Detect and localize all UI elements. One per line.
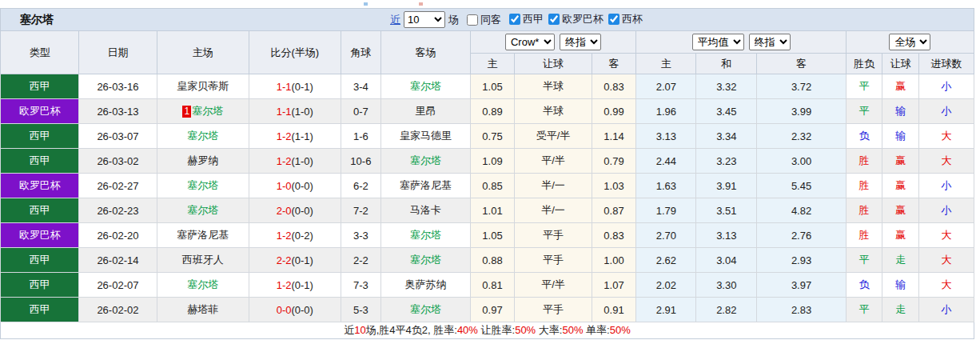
top-strip: [0, 0, 980, 8]
league-filter-label: 欧罗巴杯: [562, 12, 604, 26]
halftime-score: (0-0): [291, 205, 313, 217]
recent-count-select[interactable]: 10: [404, 11, 445, 28]
odds-away: 1.14: [592, 124, 636, 149]
avg-draw-odds: 3.30: [696, 273, 757, 298]
fulltime-score: 1-0: [277, 180, 292, 192]
avg-home-odds: 2.44: [636, 149, 696, 174]
avg-stage-select[interactable]: 终指: [749, 34, 791, 50]
match-date: 26-03-02: [79, 149, 157, 174]
result-handicap: 赢: [882, 174, 919, 198]
same-away-checkbox[interactable]: [467, 14, 478, 26]
league-filter-checkbox[interactable]: [548, 14, 560, 25]
score: 2-2(0-1): [249, 248, 341, 273]
odds-away: 0.87: [592, 198, 636, 223]
halftime-score: (1-0): [291, 106, 313, 118]
league-filter-checkbox[interactable]: [509, 14, 520, 25]
sub-col-header: 主: [470, 54, 515, 74]
same-away-toggle[interactable]: 同客: [462, 13, 501, 27]
fulltime-score: 1-2: [277, 279, 292, 291]
result-winloss: 胜: [846, 198, 882, 223]
avg-draw-odds: 3.32: [696, 74, 757, 99]
result-goals: 大: [918, 273, 974, 298]
avg-home-odds: 2.70: [636, 223, 696, 248]
summary-stats: 近10场,胜4平4负2, 胜率:40% 让胜率:50% 大率:50% 单率:50…: [1, 322, 974, 339]
away-team: 塞萨洛尼基: [381, 174, 470, 198]
away-team: 皇家马德里: [381, 124, 470, 149]
avg-home-odds: 2.07: [636, 74, 696, 99]
league-badge: 西甲: [1, 74, 79, 99]
corner-count: 7-2: [341, 198, 381, 223]
sub-col-header: 胜负: [846, 54, 882, 74]
average-group-header: 平均值 终指: [636, 31, 846, 54]
sub-col-header: 让球: [882, 54, 919, 74]
league-filter-toggle[interactable]: 西甲: [504, 12, 544, 26]
home-team-name: 塞萨洛尼基: [177, 229, 229, 241]
league-filter-toggle[interactable]: 西杯: [604, 12, 643, 26]
summary-segment: 大率:: [536, 324, 562, 336]
sub-col-header: 客: [592, 54, 636, 74]
league-filter-toggle[interactable]: 欧罗巴杯: [544, 12, 604, 26]
league-badge: 西甲: [1, 248, 79, 273]
corner-count: 5-3: [341, 298, 381, 322]
result-handicap: 赢: [882, 149, 919, 174]
odds-home: 0.75: [470, 124, 515, 149]
league-badge: 欧罗巴杯: [1, 223, 79, 248]
corner-count: 0-7: [341, 99, 381, 124]
result-winloss: 负: [846, 124, 882, 149]
page-title: 塞尔塔: [1, 13, 54, 27]
col-header-type: 类型: [1, 31, 79, 74]
corner-count: 6-2: [341, 174, 381, 198]
match-date: 26-02-07: [79, 273, 157, 298]
home-team: 塞尔塔: [157, 124, 249, 149]
odds-stage-select[interactable]: 终指: [560, 34, 601, 50]
away-team-name: 塞尔塔: [410, 254, 441, 266]
away-team: 塞尔塔: [381, 149, 470, 174]
recent-link[interactable]: 近: [390, 13, 400, 27]
halftime-score: (0-0): [291, 180, 313, 192]
corner-count: 7-3: [341, 273, 381, 298]
away-team: 塞尔塔: [381, 74, 470, 99]
fulltime-score: 2-2: [277, 254, 292, 266]
away-team-name: 塞尔塔: [410, 229, 441, 241]
result-goals: 小: [918, 99, 974, 124]
fulltime-score: 1-2: [277, 155, 292, 167]
table-footer: 近10场,胜4平4负2, 胜率:40% 让胜率:50% 大率:50% 单率:50…: [1, 322, 974, 339]
halftime-score: (0-1): [291, 279, 313, 291]
away-team-name: 塞尔塔: [410, 303, 441, 315]
table-row: 欧罗巴杯26-02-20塞萨洛尼基1-2(0-2)3-3塞尔塔1.05平手0.8…: [1, 223, 974, 248]
home-team: 塞尔塔: [157, 273, 249, 298]
fulltime-score: 1-1: [277, 106, 292, 118]
score: 2-0(0-0): [249, 198, 341, 223]
avg-away-odds: 2.93: [757, 248, 846, 273]
avg-draw-odds: 3.34: [696, 124, 757, 149]
result-goals: 大: [918, 124, 974, 149]
league-badge: 西甲: [1, 273, 79, 298]
odds-handicap: 受平/半: [515, 124, 592, 149]
average-select[interactable]: 平均值: [692, 34, 744, 50]
scope-select[interactable]: 全场: [889, 34, 930, 50]
result-goals: 小: [918, 174, 974, 198]
summary-segment: 50%: [610, 324, 631, 336]
avg-away-odds: 3.99: [757, 99, 846, 124]
sub-col-header: 和: [696, 54, 757, 74]
home-team-name: 西班牙人: [182, 254, 224, 266]
score: 1-2(1-1): [249, 124, 341, 149]
home-team-name: 赫塔菲: [187, 303, 218, 315]
home-team-name: 塞尔塔: [187, 130, 218, 142]
result-handicap: 输: [882, 99, 919, 124]
result-handicap: 走: [882, 298, 919, 322]
odds-handicap: 半球: [515, 74, 592, 99]
corner-count: 3-3: [341, 223, 381, 248]
odds-home: 0.81: [470, 273, 515, 298]
match-date: 26-02-23: [79, 198, 157, 223]
summary-segment: 50%: [515, 324, 536, 336]
col-header-home: 主场: [157, 31, 249, 74]
table-row: 西甲26-02-07塞尔塔1-2(0-1)7-3奥萨苏纳0.81平/半1.072…: [1, 273, 974, 298]
league-filter-checkbox[interactable]: [608, 14, 619, 25]
odds-home: 1.05: [470, 74, 515, 99]
bookmaker-select[interactable]: Crow*: [505, 34, 555, 50]
odds-handicap: 半/一: [515, 198, 592, 223]
home-team: 塞尔塔: [157, 174, 249, 198]
avg-away-odds: 2.32: [757, 124, 846, 149]
rank-badge: 1: [182, 106, 191, 118]
